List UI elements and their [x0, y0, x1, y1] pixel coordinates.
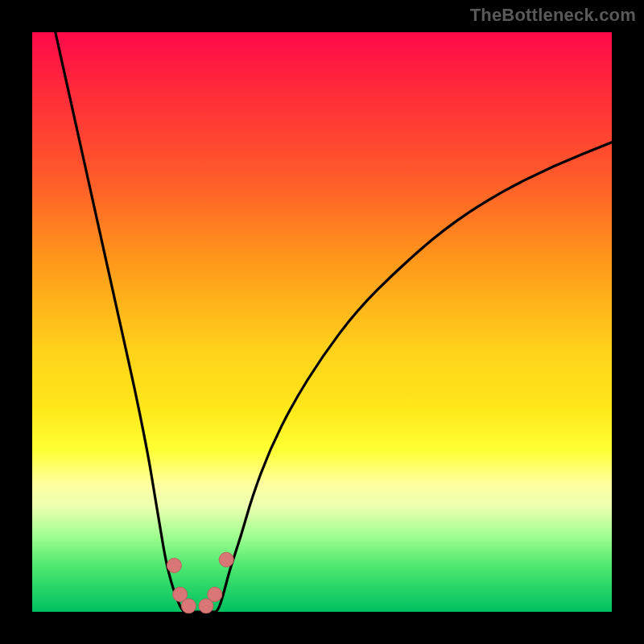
bottleneck-curve [32, 32, 612, 612]
chart-frame: TheBottleneck.com [0, 0, 644, 644]
curve-path [56, 32, 612, 612]
marker-group [167, 552, 233, 613]
curve-marker [167, 558, 181, 572]
plot-area [32, 32, 612, 612]
attribution-text: TheBottleneck.com [470, 5, 636, 26]
curve-marker [219, 552, 233, 567]
curve-marker [181, 599, 196, 613]
curve-marker [208, 587, 222, 601]
